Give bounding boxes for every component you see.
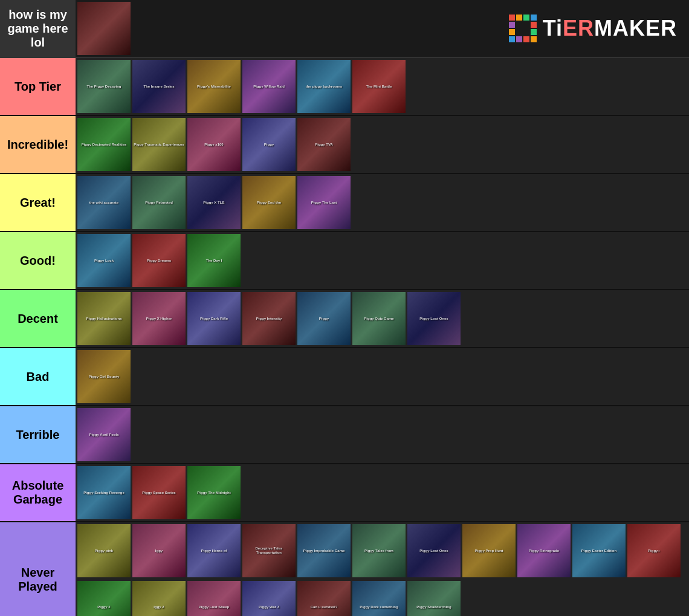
game-thumbnail[interactable]: Piggy The Midnight [187, 466, 241, 519]
tier-row-incredible: Incredible!Piggy Decimated RealitiesPigg… [0, 116, 689, 174]
game-thumbnail[interactable]: Piggy's Miserability [187, 60, 241, 113]
logo-cell [523, 22, 529, 28]
tier-items-top: The Piggy DecayingThe Insane SeriesPiggy… [76, 58, 689, 115]
tier-row-great: Great!the wiki accuratePiggy RebootedPig… [0, 174, 689, 232]
game-thumbnail[interactable]: Piggy TVA [297, 118, 351, 171]
game-thumbnail[interactable]: Piggy Quiz Game [352, 292, 406, 345]
header-row: how is my game here lol [0, 0, 689, 58]
game-thumbnail[interactable]: Piggy Dreams [132, 234, 186, 287]
game-thumbnail[interactable]: Piggy Prop Hunt [462, 524, 516, 577]
tier-items-decent: Piggy HallucinationsPiggy X HigherPiggy … [76, 290, 689, 347]
header-game-item[interactable] [77, 2, 131, 55]
tier-items-neverplayed: Piggy pinkIggyPiggy Horns ofDeceptive Ta… [76, 522, 689, 616]
game-thumbnail[interactable]: Piggy Space Series [132, 466, 186, 519]
tier-label-incredible: Incredible! [0, 116, 76, 173]
tier-items-terrible: Piggy April Fools [76, 406, 689, 463]
tier-items-incredible: Piggy Decimated RealitiesPiggy Traumatic… [76, 116, 689, 173]
game-thumbnail[interactable]: Piggy Dark something [352, 581, 406, 617]
game-thumbnail[interactable]: Piggy Hallucinations [77, 292, 131, 345]
game-thumbnail[interactable]: Piggy [297, 292, 351, 345]
game-thumbnail[interactable]: Piggy x100 [187, 118, 241, 171]
logo-cell [531, 29, 537, 35]
tier-items-good: Piggy LockPiggy DreamsThe Day I [76, 232, 689, 289]
tier-label-top: Top Tier [0, 58, 76, 115]
game-thumbnail[interactable]: Piggy Girl Bounty [77, 350, 131, 403]
logo-cell [509, 36, 515, 42]
tier-row-absgarbage: Absolute GarbagePiggy Seeking RevengePig… [0, 464, 689, 522]
tier-row-bad: BadPiggy Girl Bounty [0, 348, 689, 406]
tier-items-absgarbage: Piggy Seeking RevengePiggy Space SeriesP… [76, 464, 689, 521]
logo-cell [523, 29, 529, 35]
game-thumbnail[interactable]: Piggy Willow Raid [242, 60, 296, 113]
tier-label-terrible: Terrible [0, 406, 76, 463]
logo-text: TiERMAKER [543, 16, 677, 41]
game-thumbnail[interactable]: Piggy End the [242, 176, 296, 229]
tier-label-great: Great! [0, 174, 76, 231]
game-thumbnail[interactable]: Piggy X TLB [187, 176, 241, 229]
game-thumbnail[interactable]: Piggy+ [627, 524, 681, 577]
logo-cell [516, 36, 522, 42]
logo-cell [523, 15, 529, 21]
game-thumbnail[interactable]: The Insane Series [132, 60, 186, 113]
logo-cell [523, 36, 529, 42]
tier-label-absgarbage: Absolute Garbage [0, 464, 76, 521]
page-title: how is my game here lol [3, 8, 73, 50]
game-thumbnail[interactable]: Piggy Horns of [187, 524, 241, 577]
tier-row-top: Top TierThe Piggy DecayingThe Insane Ser… [0, 58, 689, 116]
game-thumbnail[interactable]: Piggy Easter Edition [572, 524, 626, 577]
logo-cell [516, 29, 522, 35]
game-thumbnail[interactable]: Iggy [132, 524, 186, 577]
logo-cell [509, 29, 515, 35]
game-thumbnail[interactable]: the wiki accurate [77, 176, 131, 229]
game-thumbnail[interactable]: The Piggy Decaying [77, 60, 131, 113]
game-thumbnail[interactable]: Piggy War 3 [242, 581, 296, 617]
game-thumbnail[interactable]: Piggy April Fools [77, 408, 131, 461]
game-thumbnail[interactable]: Piggy Improbable Game [297, 524, 351, 577]
tier-row-neverplayed: Never PlayedPiggy pinkIggyPiggy Horns of… [0, 522, 689, 616]
game-thumbnail[interactable]: Piggy Lost Sheep [187, 581, 241, 617]
game-thumbnail[interactable]: Piggy Traumatic Experiences [132, 118, 186, 171]
game-thumbnail[interactable]: Can u survival? [297, 581, 351, 617]
game-thumbnail[interactable]: The Mini Battle [352, 60, 406, 113]
game-thumbnail[interactable]: Piggy Shadow thing [407, 581, 461, 617]
logo-cell [516, 22, 522, 28]
tiermaker-logo: TiERMAKER [497, 8, 689, 48]
game-thumbnail[interactable]: Deceptive Tales Transportation [242, 524, 296, 577]
tier-items-bad: Piggy Girl Bounty [76, 348, 689, 405]
game-thumbnail[interactable]: Piggy Intensity [242, 292, 296, 345]
game-thumbnail[interactable]: Piggy The Last [297, 176, 351, 229]
game-thumbnail[interactable]: Piggy Retrograde [517, 524, 571, 577]
header-label: how is my game here lol [0, 0, 76, 57]
tier-row-decent: DecentPiggy HallucinationsPiggy X Higher… [0, 290, 689, 348]
game-thumbnail[interactable]: Piggy Rebooted [132, 176, 186, 229]
tier-label-decent: Decent [0, 290, 76, 347]
game-thumbnail[interactable]: Piggy Seeking Revenge [77, 466, 131, 519]
game-thumbnail[interactable]: The Day I [187, 234, 241, 287]
logo-cell [531, 15, 537, 21]
app-container: how is my game here lol [0, 0, 689, 616]
game-thumbnail[interactable]: Piggy X Higher [132, 292, 186, 345]
game-thumbnail[interactable]: Piggy Decimated Realities [77, 118, 131, 171]
tier-label-good: Good! [0, 232, 76, 289]
logo-cell [531, 36, 537, 42]
game-thumbnail[interactable]: Piggy [242, 118, 296, 171]
logo-cell [509, 22, 515, 28]
game-thumbnail[interactable]: Piggy Tales from [352, 524, 406, 577]
tiers-container: Top TierThe Piggy DecayingThe Insane Ser… [0, 58, 689, 616]
logo-cell [509, 15, 515, 21]
header-items [76, 0, 497, 57]
tier-row-terrible: TerriblePiggy April Fools [0, 406, 689, 464]
tier-label-bad: Bad [0, 348, 76, 405]
tier-label-neverplayed: Never Played [0, 522, 76, 616]
game-thumbnail[interactable]: Iggy 2 [132, 581, 186, 617]
game-thumbnail[interactable]: Piggy Lost Ones [407, 292, 461, 345]
logo-cell [531, 22, 537, 28]
game-thumbnail[interactable]: Piggy 2 [77, 581, 131, 617]
logo-cell [516, 15, 522, 21]
game-thumbnail[interactable]: Piggy Dark Rifle [187, 292, 241, 345]
tier-row-good: Good!Piggy LockPiggy DreamsThe Day I [0, 232, 689, 290]
game-thumbnail[interactable]: the piggy backrooms [297, 60, 351, 113]
game-thumbnail[interactable]: Piggy Lock [77, 234, 131, 287]
game-thumbnail[interactable]: Piggy Lost Ones [407, 524, 461, 577]
game-thumbnail[interactable]: Piggy pink [77, 524, 131, 577]
